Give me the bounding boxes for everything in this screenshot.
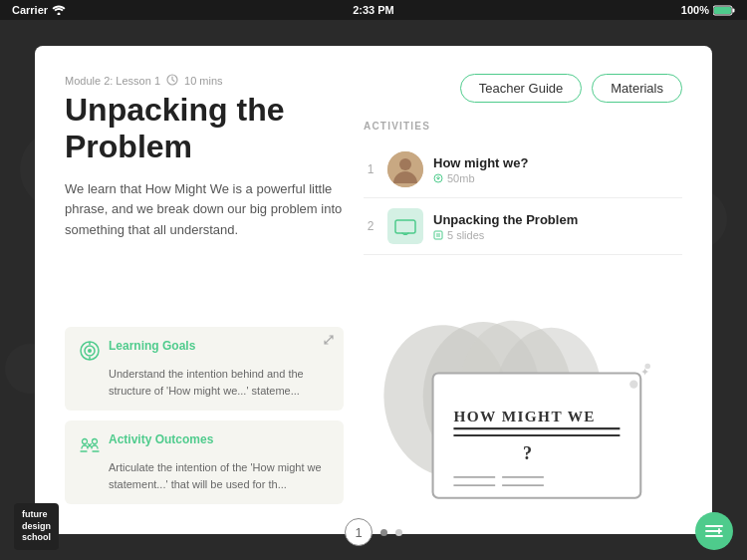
svg-text:✦: ✦ — [640, 367, 649, 379]
lesson-card: Module 2: Lesson 1 10 mins Unpacking the… — [35, 46, 712, 534]
slides-icon — [394, 217, 416, 235]
activity-meta-text-1: 50mb — [447, 172, 475, 184]
page-dot-1[interactable] — [380, 529, 387, 536]
activity-num-1: 1 — [364, 162, 377, 176]
activity-avatar-2 — [387, 208, 423, 244]
status-time: 2:33 PM — [353, 4, 394, 16]
page-number[interactable]: 1 — [345, 518, 373, 546]
module-label: Module 2: Lesson 1 10 mins — [65, 74, 344, 88]
teacher-guide-button[interactable]: Teacher Guide — [460, 74, 583, 103]
learning-goals-box: Learning Goals Understand the intention … — [65, 327, 344, 411]
menu-button[interactable] — [695, 512, 733, 550]
learning-goals-text: Understand the intention behind and the … — [109, 366, 330, 399]
activity-outcomes-header: Activity Outcomes — [79, 432, 330, 455]
svg-point-14 — [93, 439, 98, 444]
clock-icon — [166, 74, 178, 88]
status-right: 100% — [681, 4, 735, 16]
carrier-label: Carrier — [12, 4, 48, 16]
activities-label: ACTIVITIES — [364, 121, 682, 132]
activity-outcomes-box: Activity Outcomes Articulate the intenti… — [65, 420, 344, 504]
lesson-title: Unpacking the Problem — [65, 92, 344, 165]
logo-line2: design — [22, 521, 51, 533]
target-icon — [79, 340, 101, 362]
duration-text: 10 mins — [184, 75, 223, 87]
activity-info-1: How might we? 50mb — [433, 155, 682, 184]
wifi-icon — [52, 5, 66, 15]
activity-outcomes-title: Activity Outcomes — [109, 432, 213, 446]
download-icon — [433, 173, 443, 183]
activity-info-2: Unpacking the Problem 5 slides — [433, 212, 682, 241]
activity-avatar-1 — [387, 151, 423, 187]
battery-label: 100% — [681, 4, 709, 16]
activity-item-2[interactable]: 2 Unpacking the Problem — [364, 198, 682, 255]
slides-meta-icon — [433, 230, 443, 240]
top-buttons: Teacher Guide Materials — [364, 74, 682, 103]
svg-point-0 — [58, 13, 61, 16]
left-column: Module 2: Lesson 1 10 mins Unpacking the… — [65, 74, 344, 514]
activity-name-2: Unpacking the Problem — [433, 212, 682, 227]
activities-section: ACTIVITIES 1 How might we? — [364, 121, 682, 278]
activity-meta-1: 50mb — [433, 172, 682, 184]
logo-line1: future — [22, 509, 51, 521]
status-left: Carrier — [12, 4, 66, 16]
logo: future design school — [14, 503, 59, 550]
outcomes-icon — [79, 433, 101, 455]
right-column: Teacher Guide Materials ACTIVITIES 1 — [364, 74, 682, 514]
svg-text:?: ? — [523, 443, 532, 463]
learning-goals-title: Learning Goals — [109, 339, 195, 353]
activity-name-1: How might we? — [433, 155, 682, 170]
svg-rect-22 — [398, 222, 412, 231]
module-text: Module 2: Lesson 1 — [65, 75, 160, 87]
activity-meta-text-2: 5 slides — [447, 229, 484, 241]
svg-point-39 — [629, 381, 637, 389]
pagination: 1 — [345, 518, 402, 546]
menu-icon — [705, 524, 723, 538]
logo-line3: school — [22, 532, 51, 544]
svg-point-10 — [88, 349, 92, 353]
svg-rect-3 — [714, 7, 731, 14]
hmw-illustration: HOW MIGHT WE ? ✦ — [364, 288, 682, 514]
illustration-area: HOW MIGHT WE ? ✦ — [364, 288, 682, 514]
svg-rect-23 — [434, 231, 442, 239]
lesson-title-line1: Unpacking the — [65, 92, 284, 128]
svg-point-13 — [83, 439, 88, 444]
svg-point-18 — [399, 158, 411, 170]
svg-rect-2 — [733, 8, 735, 12]
main-area: Module 2: Lesson 1 10 mins Unpacking the… — [0, 20, 747, 560]
learning-goals-header: Learning Goals — [79, 339, 330, 362]
info-boxes: Learning Goals Understand the intention … — [65, 327, 344, 514]
lesson-description: We learn that How Might We is a powerful… — [65, 179, 344, 241]
lesson-title-line2: Problem — [65, 129, 192, 164]
battery-icon — [713, 5, 735, 16]
activity-item-1[interactable]: 1 How might we? — [364, 141, 682, 198]
activity-outcomes-text: Articulate the intention of the 'How mig… — [109, 459, 330, 492]
materials-button[interactable]: Materials — [592, 74, 682, 103]
page-dot-2[interactable] — [395, 529, 402, 536]
svg-text:HOW MIGHT WE: HOW MIGHT WE — [453, 409, 596, 425]
status-bar: Carrier 2:33 PM 100% — [0, 0, 747, 20]
expand-icon[interactable] — [324, 335, 334, 347]
activity-num-2: 2 — [364, 219, 377, 233]
activity-meta-2: 5 slides — [433, 229, 682, 241]
